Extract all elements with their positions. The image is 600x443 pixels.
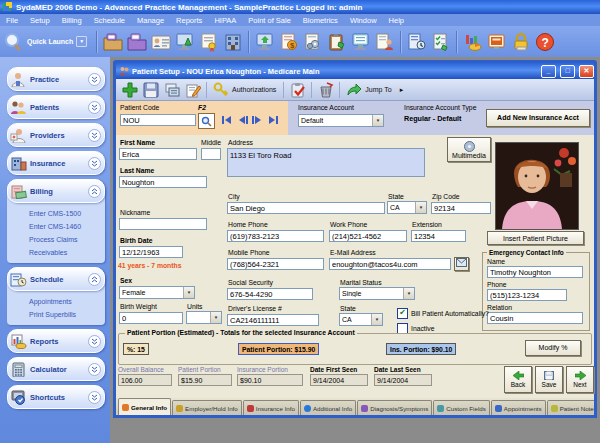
work-phone-input[interactable] [329,230,407,242]
save-button[interactable] [141,81,160,99]
help-icon[interactable]: ? [534,31,556,53]
jump-to-icon[interactable] [344,81,363,99]
zip-input[interactable] [431,202,491,214]
chevron-down-icon[interactable] [88,129,101,142]
emergency-relation-input[interactable] [487,312,583,324]
nickname-input[interactable] [119,218,207,230]
claims-monitor-icon[interactable] [254,31,276,53]
sidebar-item-patients[interactable]: Patients [7,95,105,119]
insurance-account-select[interactable]: Default ▼ [298,114,384,127]
dropdown-arrow-icon[interactable]: ▼ [210,312,221,323]
first-record-icon[interactable] [220,115,232,125]
multimedia-button[interactable]: Multimedia [447,137,491,162]
dropdown-arrow-icon[interactable]: ▼ [403,288,414,299]
sidebar-item-enter-cms-1500[interactable]: Enter CMS-1500 [29,207,105,220]
menu-hipaa[interactable]: HIPAA [208,15,242,26]
chevron-down-icon[interactable] [88,391,101,404]
marital-status-select[interactable]: Single▼ [339,287,415,300]
dropdown-arrow-icon[interactable]: ▼ [371,314,382,325]
city-input[interactable] [227,202,385,214]
emergency-name-input[interactable] [487,266,583,278]
sidebar-item-calculator[interactable]: Calculator [7,357,105,381]
sidebar-item-receivables[interactable]: Receivables [29,246,105,259]
referring-provider-icon[interactable] [374,31,396,53]
edit-button[interactable] [183,81,202,99]
tab-insurance-info[interactable]: Insurance Info [243,400,299,415]
sidebar-item-enter-cms-1460[interactable]: Enter CMS-1460 [29,220,105,233]
quick-launch[interactable]: Quick Launch ▼ [4,32,87,52]
delete-button[interactable] [316,81,335,99]
address-input[interactable]: 1133 El Toro Road [227,148,425,177]
chevron-up-icon[interactable] [88,273,101,286]
menu-file[interactable]: File [0,15,24,26]
mobile-phone-input[interactable] [227,258,324,270]
tab-appointments[interactable]: Appointments [491,400,546,415]
maximize-button[interactable]: □ [560,65,575,78]
facility-icon[interactable] [222,31,244,53]
patient-search-button[interactable] [198,113,215,129]
add-patient-button[interactable] [120,81,139,99]
jump-to-button[interactable]: Jump To [365,86,391,93]
chevron-down-icon[interactable] [88,363,101,376]
extension-input[interactable] [411,230,466,242]
drivers-license-input[interactable] [227,314,319,326]
dl-state-select[interactable]: CA▼ [339,313,383,326]
tab-patient-notes[interactable]: Patient Notes [547,400,594,415]
state-select[interactable]: CA▼ [387,201,427,214]
sidebar-item-billing[interactable]: Billing [7,179,105,203]
jump-to-expand-arrow[interactable]: ▸ [400,86,404,94]
statements-monitor-icon[interactable] [350,31,372,53]
back-button[interactable]: Back [504,366,532,393]
patient-card-icon[interactable] [150,31,172,53]
previous-record-icon[interactable] [236,115,248,125]
patient-code-input[interactable] [120,114,196,126]
verify-clipboard-button[interactable] [288,81,307,99]
tab-custom-fields[interactable]: Custom Fields [433,400,490,415]
modify-percent-button[interactable]: Modify % [525,340,581,356]
birth-weight-input[interactable] [119,312,183,324]
next-record-icon[interactable] [252,115,264,125]
email-send-button[interactable] [454,257,469,271]
save-record-button[interactable]: Save [535,366,563,393]
last-record-icon[interactable] [268,115,280,125]
sidebar-item-reports[interactable]: Reports [7,329,105,353]
minimize-button[interactable]: _ [541,65,556,78]
copy-patient-button[interactable] [162,81,181,99]
add-new-insurance-button[interactable]: Add New Insurance Acct [486,109,590,127]
insert-patient-picture-button[interactable]: Insert Patient Picture [487,231,584,245]
sidebar-item-insurance[interactable]: Insurance [7,151,105,175]
menu-schedule[interactable]: Schedule [88,15,131,26]
units-select[interactable]: ▼ [186,311,222,324]
first-name-input[interactable] [119,148,197,160]
menu-point-of-sale[interactable]: Point of Sale [242,15,297,26]
tab-diagnosis-symptoms[interactable]: Diagnosis/Symptoms [357,400,432,415]
chevron-down-icon[interactable] [88,73,101,86]
quick-launch-dropdown-arrow[interactable]: ▼ [76,36,87,47]
sidebar-item-providers[interactable]: Providers [7,123,105,147]
emergency-phone-input[interactable] [487,289,567,301]
clipboard-tasks-icon[interactable] [326,31,348,53]
menu-window[interactable]: Window [344,15,383,26]
menu-billing[interactable]: Billing [56,15,88,26]
menu-setup[interactable]: Setup [24,15,56,26]
tab-general-info[interactable]: General Info [118,398,171,415]
chevron-down-icon[interactable] [88,101,101,114]
birth-date-input[interactable] [119,246,183,258]
sidebar-item-print-superbills[interactable]: Print Superbills [29,308,105,321]
sidebar-item-appointments[interactable]: Appointments [29,295,105,308]
tab-employer-hold-info[interactable]: Employer/Hold Info [172,400,242,415]
report-scheduler-icon[interactable] [406,31,428,53]
dropdown-arrow-icon[interactable]: ▼ [372,115,383,126]
close-button[interactable]: ✕ [579,65,594,78]
chevron-down-icon[interactable] [88,157,101,170]
dropdown-arrow-icon[interactable]: ▼ [415,202,426,213]
email-input[interactable] [329,258,451,270]
sex-select[interactable]: Female▼ [119,286,195,299]
chevron-down-icon[interactable] [88,335,101,348]
fee-schedule-icon[interactable] [302,31,324,53]
next-button[interactable]: Next [566,366,594,393]
sidebar-item-practice[interactable]: Practice [7,67,105,91]
eligibility-monitor-icon[interactable] [486,31,508,53]
menu-manage[interactable]: Manage [131,15,170,26]
last-name-input[interactable] [119,176,207,188]
